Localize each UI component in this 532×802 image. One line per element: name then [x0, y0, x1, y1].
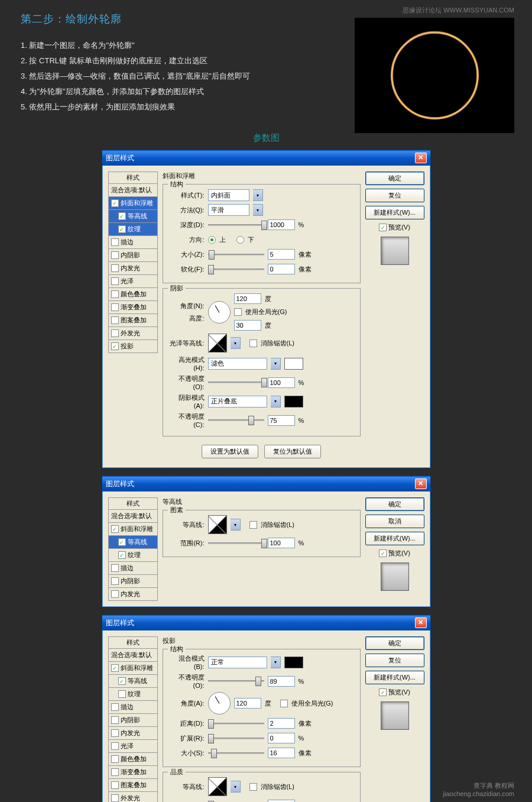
ok-button[interactable]: 确定 [365, 497, 424, 511]
ok-button[interactable]: 确定 [365, 636, 424, 650]
slider-hl-opacity[interactable] [208, 381, 264, 383]
blending-options[interactable]: 混合选项:默认 [108, 184, 158, 197]
item-outer-glow[interactable]: 外发光 [108, 327, 158, 340]
input-spread[interactable]: 0 [268, 733, 295, 743]
checkbox-icon[interactable] [111, 199, 119, 207]
checkbox-icon[interactable] [111, 768, 119, 776]
chevron-down-icon[interactable]: ▾ [231, 781, 241, 793]
checkbox-icon[interactable] [111, 755, 119, 763]
input-distance[interactable]: 2 [268, 718, 295, 729]
chevron-down-icon[interactable]: ▾ [271, 358, 281, 370]
chevron-down-icon[interactable]: ▾ [253, 204, 263, 216]
item-pattern-overlay[interactable]: 图案叠加 [108, 314, 158, 327]
checkbox-icon[interactable] [111, 703, 119, 711]
slider-spread[interactable] [208, 738, 264, 739]
checkbox-icon[interactable] [111, 342, 119, 350]
checkbox-icon[interactable] [111, 277, 119, 285]
item-texture[interactable]: 纹理 [108, 688, 158, 701]
item-texture[interactable]: 纹理 [108, 223, 158, 236]
checkbox-icon[interactable] [111, 742, 119, 750]
checkbox-global-light[interactable] [234, 308, 242, 316]
checkbox-icon[interactable] [111, 251, 119, 259]
chevron-down-icon[interactable]: ▾ [231, 337, 241, 349]
cancel-button[interactable]: 取消 [365, 515, 424, 528]
slider-opacity[interactable] [208, 680, 264, 682]
checkbox-antialias[interactable] [249, 783, 257, 791]
select-blend-mode[interactable]: 正常 [208, 657, 267, 668]
new-style-button[interactable]: 新建样式(W)... [365, 206, 424, 219]
slider-sh-opacity[interactable] [208, 419, 264, 421]
item-bevel[interactable]: 斜面和浮雕 [108, 662, 158, 675]
checkbox-icon[interactable] [111, 729, 119, 737]
chevron-down-icon[interactable]: ▾ [271, 657, 281, 668]
angle-dial[interactable] [208, 301, 231, 324]
color-swatch-highlight[interactable] [284, 358, 303, 370]
contour-picker[interactable] [208, 777, 227, 796]
slider-size[interactable] [208, 254, 264, 256]
input-sh-opacity[interactable]: 75 [268, 415, 295, 426]
item-inner-glow[interactable]: 内发光 [108, 262, 158, 275]
checkbox-icon[interactable] [111, 303, 119, 311]
checkbox-icon[interactable] [118, 212, 126, 220]
checkbox-icon[interactable] [118, 551, 126, 559]
slider-size[interactable] [208, 752, 264, 754]
checkbox-icon[interactable] [118, 225, 126, 233]
item-contour[interactable]: 等高线 [108, 210, 158, 223]
select-sh-mode[interactable]: 正片叠底 [208, 396, 267, 408]
slider-depth[interactable] [208, 224, 264, 226]
close-button[interactable]: ✕ [415, 153, 427, 163]
checkbox-icon[interactable] [111, 564, 119, 572]
item-inner-shadow[interactable]: 内阴影 [108, 714, 158, 727]
titlebar[interactable]: 图层样式 ✕ [102, 615, 430, 630]
checkbox-icon[interactable] [111, 238, 119, 246]
checkbox-icon[interactable] [111, 329, 119, 337]
input-altitude[interactable]: 30 [234, 320, 261, 331]
angle-dial[interactable] [208, 692, 231, 714]
checkbox-icon[interactable] [111, 525, 119, 533]
reset-button[interactable]: 复位 [365, 189, 424, 202]
checkbox-icon[interactable] [111, 781, 119, 789]
input-size[interactable]: 5 [268, 249, 295, 260]
input-noise[interactable]: 0 [268, 800, 295, 802]
reset-button[interactable]: 复位 [365, 654, 424, 667]
input-depth[interactable]: 1000 [268, 219, 295, 230]
item-bevel[interactable]: 斜面和浮雕 [108, 523, 158, 536]
ok-button[interactable]: 确定 [365, 172, 424, 185]
item-color-overlay[interactable]: 颜色叠加 [108, 288, 158, 301]
color-swatch[interactable] [284, 657, 303, 668]
chevron-down-icon[interactable]: ▾ [271, 396, 281, 408]
input-hl-opacity[interactable]: 100 [268, 377, 295, 388]
contour-picker[interactable] [208, 515, 227, 534]
new-style-button[interactable]: 新建样式(W)... [365, 532, 424, 545]
checkbox-icon[interactable] [111, 664, 119, 672]
item-outer-glow[interactable]: 外发光 [108, 792, 158, 802]
select-style[interactable]: 内斜面 [208, 189, 249, 201]
close-button[interactable]: ✕ [415, 617, 427, 628]
input-angle[interactable]: 120 [234, 698, 261, 709]
input-angle[interactable]: 120 [234, 293, 261, 304]
item-gradient-overlay[interactable]: 渐变叠加 [108, 301, 158, 314]
item-inner-shadow[interactable]: 内阴影 [108, 575, 158, 588]
checkbox-icon[interactable] [118, 677, 126, 685]
checkbox-icon[interactable] [111, 590, 119, 598]
checkbox-global-light[interactable] [280, 700, 288, 707]
blending-options[interactable]: 混合选项:默认 [108, 649, 158, 662]
item-gradient-overlay[interactable]: 渐变叠加 [108, 766, 158, 779]
new-style-button[interactable]: 新建样式(W)... [365, 671, 424, 684]
checkbox-preview[interactable] [379, 224, 387, 231]
item-contour[interactable]: 等高线 [108, 536, 158, 549]
set-default-button[interactable]: 设置为默认值 [202, 445, 258, 458]
checkbox-icon[interactable] [111, 290, 119, 298]
contour-picker[interactable] [208, 334, 227, 353]
item-pattern-overlay[interactable]: 图案叠加 [108, 779, 158, 792]
item-texture[interactable]: 纹理 [108, 549, 158, 562]
titlebar[interactable]: 图层样式 ✕ [102, 476, 430, 491]
select-hl-mode[interactable]: 滤色 [208, 358, 267, 370]
slider-range[interactable] [208, 542, 264, 544]
input-size[interactable]: 16 [268, 748, 295, 758]
checkbox-icon[interactable] [111, 794, 119, 802]
checkbox-icon[interactable] [111, 716, 119, 724]
item-bevel[interactable]: 斜面和浮雕 [108, 197, 158, 210]
item-satin[interactable]: 光泽 [108, 740, 158, 753]
chevron-down-icon[interactable]: ▾ [253, 189, 263, 201]
